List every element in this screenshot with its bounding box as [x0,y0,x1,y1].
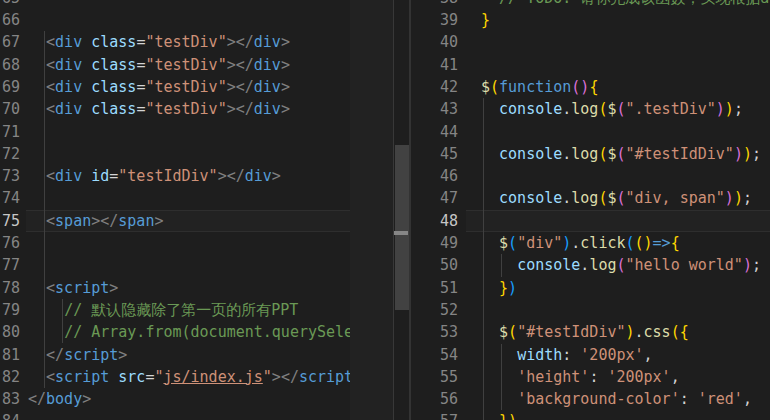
line-number[interactable]: 71 [0,121,20,143]
code-viewport-left[interactable]: 656667 <div class="testDiv"></div>68 <di… [0,0,350,420]
line-number[interactable]: 79 [0,299,20,321]
code-line-74[interactable]: 74 [0,187,350,209]
code-line-80[interactable]: 80 // Array.from(document.querySele [0,321,350,343]
line-number[interactable]: 82 [0,366,20,388]
code-line-47[interactable]: 47 console.log($("div, span")); [411,187,770,209]
line-number[interactable]: 52 [411,299,458,321]
code-line-46[interactable]: 46 [411,165,770,187]
line-number[interactable]: 84 [0,410,20,420]
line-number[interactable]: 45 [411,143,458,165]
code-line-79[interactable]: 79 // 默认隐藏除了第一页的所有PPT [0,299,350,321]
code-line-55[interactable]: 55 'height': '200px', [411,366,770,388]
line-number[interactable]: 68 [0,54,20,76]
line-number[interactable]: 66 [0,9,20,31]
token [481,368,517,386]
token: script [299,368,350,386]
code-line-66[interactable]: 66 [0,9,350,31]
line-number[interactable]: 41 [411,54,458,76]
line-number[interactable]: 50 [411,254,458,276]
code-line-69[interactable]: 69 <div class="testDiv"></div> [0,76,350,98]
code-line-76[interactable]: 76 [0,232,350,254]
line-number[interactable]: 65 [0,0,20,9]
line-number[interactable]: 43 [411,98,458,120]
code-line-51[interactable]: 51 }) [411,277,770,299]
code-line-83[interactable]: 83</body> [0,388,350,410]
line-number[interactable]: 73 [0,165,20,187]
line-number[interactable]: 74 [0,187,20,209]
line-number[interactable]: 78 [0,277,20,299]
token: div [55,100,82,118]
code-line-45[interactable]: 45 console.log($("#testIdDiv")); [411,143,770,165]
code-line-43[interactable]: 43 console.log($(".testDiv")); [411,98,770,120]
code-line-78[interactable]: 78 <script> [0,277,350,299]
token: div [55,78,82,96]
line-number[interactable]: 83 [0,388,20,410]
code-line-48[interactable]: 48 [411,210,770,232]
code-line-82[interactable]: 82 <script src="js/index.js"></script> [0,366,350,388]
token: ; [743,189,752,207]
line-number[interactable]: 75 [0,210,20,232]
code-line-39[interactable]: 39} [411,9,770,31]
line-number[interactable]: 69 [0,76,20,98]
token: > [91,212,100,230]
line-number[interactable]: 39 [411,9,458,31]
line-number[interactable]: 40 [411,31,458,53]
code-line-81[interactable]: 81 </script> [0,344,350,366]
code-text: 'height': '200px', [481,366,680,388]
code-line-84[interactable]: 84 [0,410,350,420]
line-number[interactable]: 54 [411,344,458,366]
code-line-71[interactable]: 71 [0,121,350,143]
line-number[interactable]: 44 [411,121,458,143]
line-number[interactable]: 72 [0,143,20,165]
line-number[interactable]: 42 [411,76,458,98]
code-line-54[interactable]: 54 width: '200px', [411,344,770,366]
line-number[interactable]: 80 [0,321,20,343]
token: ( [616,100,625,118]
code-line-50[interactable]: 50 console.log("hello world"); [411,254,770,276]
line-number[interactable]: 67 [0,31,20,53]
line-number[interactable]: 53 [411,321,458,343]
editor-pane-javascript[interactable]: 38 // TODO: 请你完成该函数，实现根据ac39}404142$(fun… [411,0,770,420]
line-number[interactable]: 48 [411,210,458,232]
code-line-68[interactable]: 68 <div class="testDiv"></div> [0,54,350,76]
token [28,167,46,185]
code-line-72[interactable]: 72 [0,143,350,165]
code-line-70[interactable]: 70 <div class="testDiv"></div> [0,98,350,120]
code-line-44[interactable]: 44 [411,121,770,143]
line-number[interactable]: 49 [411,232,458,254]
code-line-67[interactable]: 67 <div class="testDiv"></div> [0,31,350,53]
line-number[interactable]: 56 [411,388,458,410]
line-number[interactable]: 51 [411,277,458,299]
code-line-57[interactable]: 57 }) [411,410,770,420]
line-number[interactable]: 70 [0,98,20,120]
code-line-42[interactable]: 42$(function(){ [411,76,770,98]
code-line-56[interactable]: 56 'background-color': 'red', [411,388,770,410]
line-number[interactable]: 57 [411,410,458,420]
line-number[interactable]: 77 [0,254,20,276]
code-line-75[interactable]: 75 <span></span> [0,210,350,232]
code-line-73[interactable]: 73 <div id="testIdDiv"></div> [0,165,350,187]
code-line-38[interactable]: 38 // TODO: 请你完成该函数，实现根据ac [411,0,770,9]
code-text: <div id="testIdDiv"></div> [28,165,281,187]
code-line-53[interactable]: 53 $("#testIdDiv").css({ [411,321,770,343]
code-line-40[interactable]: 40 [411,31,770,53]
token: '200px' [607,368,670,386]
line-number[interactable]: 47 [411,187,458,209]
code-viewport-right[interactable]: 38 // TODO: 请你完成该函数，实现根据ac39}404142$(fun… [411,0,770,420]
token: "testDiv" [145,78,226,96]
scrollbar-track[interactable] [394,0,409,420]
line-number[interactable]: 55 [411,366,458,388]
minimap[interactable] [350,0,393,420]
code-line-65[interactable]: 65 [0,0,350,9]
code-line-77[interactable]: 77 [0,254,350,276]
scrollbar-thumb[interactable] [395,145,409,310]
line-number[interactable]: 38 [411,0,458,9]
code-line-41[interactable]: 41 [411,54,770,76]
code-line-49[interactable]: 49 $("div").click(()=>{ [411,232,770,254]
line-number[interactable]: 81 [0,344,20,366]
line-number[interactable]: 46 [411,165,458,187]
code-line-52[interactable]: 52 [411,299,770,321]
line-number[interactable]: 76 [0,232,20,254]
code-text: </script> [28,344,127,366]
editor-pane-html[interactable]: 656667 <div class="testDiv"></div>68 <di… [0,0,409,420]
